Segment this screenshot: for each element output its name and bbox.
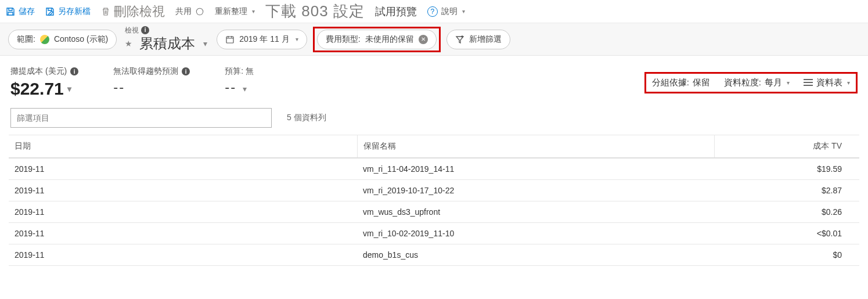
filter-items-input[interactable] <box>10 108 272 128</box>
cell-date: 2019-11 <box>9 223 357 244</box>
org-icon <box>40 35 49 44</box>
cell-name: vm_ri_2019-10-17_10-22 <box>357 180 714 201</box>
kpi-accrued-value: $22.71 <box>10 79 64 99</box>
kpi-forecast: 無法取得趨勢預測 i -- <box>113 66 190 95</box>
refresh-label: 重新整理 <box>215 6 247 17</box>
filter-bar: 範圍: Contoso (示範) 檢視 i ★ 累積成本 ▾ 2019 年 11… <box>0 23 868 56</box>
kpi-forecast-value: -- <box>113 79 190 95</box>
share-icon <box>195 7 204 16</box>
table-row[interactable]: 2019-11vm_ri_11-04-2019_14-11$19.59 <box>9 158 859 180</box>
star-icon: ★ <box>125 39 132 48</box>
table-row[interactable]: 2019-11vm_ri_10-02-2019_11-10<$0.01 <box>9 223 859 244</box>
info-icon: i <box>182 67 190 75</box>
info-icon: i <box>141 26 149 34</box>
cell-name: vm_wus_ds3_upfront <box>357 201 714 223</box>
svg-point-0 <box>196 8 203 15</box>
row-count-label: 5 個資料列 <box>287 113 326 123</box>
charge-type-pill[interactable]: 費用類型: 未使用的保留 ✕ <box>317 30 437 49</box>
info-icon: i <box>70 67 78 75</box>
help-icon: ? <box>427 6 438 17</box>
chevron-down-icon: ▾ <box>847 80 850 86</box>
refresh-button[interactable]: 重新整理 ▾ <box>215 6 255 17</box>
kpi-budget: 預算: 無 -- ▾ <box>225 66 254 95</box>
cost-table: 日期 保留名稱 成本 TV 2019-11vm_ri_11-04-2019_14… <box>9 135 859 266</box>
close-icon[interactable]: ✕ <box>419 35 428 44</box>
chevron-down-icon: ▾ <box>462 8 465 15</box>
cell-name: vm_ri_11-04-2019_14-11 <box>357 158 714 180</box>
cell-cost: $0.26 <box>714 201 859 223</box>
download-settings-label: 下載 803 設定 <box>265 1 365 21</box>
cell-date: 2019-11 <box>9 201 357 223</box>
cell-cost: $19.59 <box>714 158 859 180</box>
granularity-label: 資料粒度: <box>724 77 761 88</box>
add-filter-pill[interactable]: 新增篩選 <box>446 30 510 49</box>
cell-cost: $2.87 <box>714 180 859 201</box>
cell-date: 2019-11 <box>9 244 357 266</box>
table-row[interactable]: 2019-11demo_b1s_cus$0 <box>9 244 859 266</box>
help-label: 說明 <box>441 6 458 17</box>
trash-icon <box>101 7 110 16</box>
kpi-budget-value-wrap[interactable]: -- ▾ <box>225 79 254 95</box>
date-range-pill[interactable]: 2019 年 11 月 ▾ <box>217 30 307 49</box>
kpi-accrued-label: 攤提成本 (美元) <box>10 66 67 77</box>
delete-view-label: 刪除檢視 <box>114 3 165 20</box>
group-by-control[interactable]: 分組依據: 保留 <box>652 77 710 88</box>
granularity-value: 每月 <box>765 77 782 88</box>
help-button[interactable]: ? 說明 ▾ <box>427 6 465 17</box>
chevron-down-icon: ▾ <box>252 8 255 15</box>
scope-value: Contoso (示範) <box>54 34 108 45</box>
col-date-header[interactable]: 日期 <box>9 135 357 158</box>
cell-date: 2019-11 <box>9 180 357 201</box>
try-preview-button[interactable]: 試用預覽 <box>375 5 417 19</box>
view-mode-control[interactable]: 資料表 ▾ <box>804 77 850 88</box>
chevron-down-icon: ▾ <box>67 84 71 93</box>
cell-date: 2019-11 <box>9 158 357 180</box>
download-settings-button[interactable]: 下載 803 設定 <box>265 1 365 21</box>
try-preview-label: 試用預覽 <box>375 5 417 19</box>
table-row[interactable]: 2019-11vm_ri_2019-10-17_10-22$2.87 <box>9 180 859 201</box>
group-by-label: 分組依據: <box>652 77 689 88</box>
table-icon <box>804 79 813 86</box>
calendar-icon <box>225 35 235 44</box>
highlight-display-options: 分組依據: 保留 資料粒度: 每月 ▾ 資料表 ▾ <box>644 72 858 93</box>
view-caption: 檢視 <box>125 27 139 34</box>
data-table-wrap: 日期 保留名稱 成本 TV 2019-11vm_ri_11-04-2019_14… <box>0 135 868 266</box>
view-selector[interactable]: 檢視 i ★ 累積成本 ▾ <box>125 26 207 53</box>
table-header-row: 日期 保留名稱 成本 TV <box>9 135 859 158</box>
kpi-forecast-label: 無法取得趨勢預測 <box>113 66 178 77</box>
view-mode-label: 資料表 <box>816 77 842 88</box>
kpi-bar: 攤提成本 (美元) i $22.71 ▾ 無法取得趨勢預測 i -- 預算: 無… <box>0 56 868 103</box>
cell-name: vm_ri_10-02-2019_11-10 <box>357 223 714 244</box>
granularity-control[interactable]: 資料粒度: 每月 ▾ <box>724 77 790 88</box>
share-button[interactable]: 共用 <box>175 6 204 17</box>
col-cost-header[interactable]: 成本 TV <box>714 135 859 158</box>
chevron-down-icon: ▾ <box>296 36 298 42</box>
charge-type-value: 未使用的保留 <box>365 34 414 45</box>
save-as-icon <box>45 7 55 16</box>
group-by-value: 保留 <box>693 77 710 88</box>
add-filter-label: 新增篩選 <box>469 34 502 45</box>
cell-cost: $0 <box>714 244 859 266</box>
search-row: 5 個資料列 <box>0 103 868 135</box>
chevron-down-icon: ▾ <box>203 39 207 48</box>
save-as-button[interactable]: 另存新檔 <box>45 6 91 17</box>
kpi-budget-label: 預算: 無 <box>225 66 254 77</box>
kpi-accrued-value-wrap[interactable]: $22.71 ▾ <box>10 79 78 99</box>
save-label: 儲存 <box>19 6 35 17</box>
add-filter-icon <box>455 35 464 44</box>
charge-type-label: 費用類型: <box>326 34 361 45</box>
kpi-budget-value: -- <box>225 79 236 95</box>
delete-view-button[interactable]: 刪除檢視 <box>101 3 165 20</box>
scope-label: 範圍: <box>17 34 35 45</box>
save-as-label: 另存新檔 <box>58 6 91 17</box>
col-name-header[interactable]: 保留名稱 <box>357 135 714 158</box>
kpi-accrued-cost: 攤提成本 (美元) i $22.71 ▾ <box>10 66 78 99</box>
save-icon <box>6 7 15 16</box>
table-row[interactable]: 2019-11vm_wus_ds3_upfront$0.26 <box>9 201 859 223</box>
chevron-down-icon: ▾ <box>787 80 790 86</box>
view-value: 累積成本 <box>139 34 195 53</box>
date-value: 2019 年 11 月 <box>239 34 289 45</box>
save-button[interactable]: 儲存 <box>6 6 35 17</box>
command-bar: 儲存 另存新檔 刪除檢視 共用 重新整理 ▾ 下載 803 設定 試用預覽 ? … <box>0 0 868 23</box>
scope-pill[interactable]: 範圍: Contoso (示範) <box>8 30 117 49</box>
